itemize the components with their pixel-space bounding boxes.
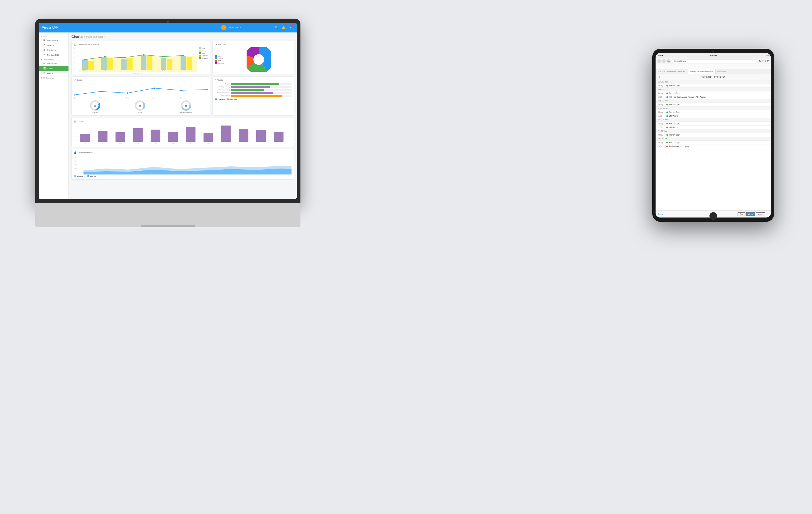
svg-text:45: 45 — [184, 105, 187, 107]
notifications-button[interactable]: 🔔 1 — [281, 25, 286, 30]
app-body: ▾ Main ▦ Dashboard ✓ Orders ◉ Products — [39, 32, 297, 199]
svg-point-40 — [153, 88, 155, 89]
visitors-legend-new: New visitors — [74, 175, 85, 177]
event-dot — [666, 134, 668, 136]
chevron-right-icon: ▶ — [41, 77, 42, 79]
tablet-home-button[interactable] — [709, 212, 717, 220]
sidebar-section-components[interactable]: ▾ Components — [39, 57, 68, 61]
cal-event-time: All day — [658, 92, 665, 94]
sidebar-item-product-edit[interactable]: ✎ Product Edit — [39, 53, 68, 57]
cal-event-title: French Open — [669, 103, 769, 105]
orders-icon: ✓ — [43, 44, 46, 47]
task-label-research: Research analytics — [215, 92, 230, 94]
event-dot — [666, 96, 668, 98]
tablet-device: iPad ♦ 4:50 PM 01% ‹ › 📖 docs.webix.com … — [652, 49, 774, 222]
cal-event-sat07-1[interactable]: All day French Open — [656, 141, 771, 145]
calendar-nav: ‹ 01.06.2014 - 07.06.2014 › — [656, 74, 771, 80]
forward-button[interactable]: › — [662, 59, 666, 63]
new-tab-button[interactable]: + — [765, 60, 766, 62]
messages-button[interactable]: ✉ 1 — [288, 25, 293, 30]
cal-month-view-button[interactable]: Month — [756, 212, 765, 216]
sidebar-item-dashboard[interactable]: ▦ Dashboard — [39, 38, 68, 43]
svg-text:200: 200 — [137, 143, 139, 144]
visitors-color-recurrent — [87, 175, 89, 177]
cal-event-time: All day — [658, 142, 665, 143]
svg-text:1500: 1500 — [74, 160, 78, 161]
cal-event-wed04-1[interactable]: All day French Open — [656, 110, 771, 114]
svg-rect-70 — [239, 129, 248, 142]
cal-day-view-button[interactable]: Day — [737, 212, 745, 216]
cal-event-sat07-2[interactable]: 20:00 Zentralstadion - Leipzig — [656, 145, 771, 148]
chart-visitors-title: 👤 Visitor statistics — [74, 151, 291, 154]
reload-button[interactable]: ↻ — [759, 60, 761, 62]
sidebar-item-forms-label: Forms — [47, 72, 53, 75]
browser-tab-2[interactable]: Creating Scheduler Webix Docs — [688, 69, 716, 74]
mail-icon: ✉ — [290, 26, 292, 29]
sidebar-item-products[interactable]: ◉ Products — [39, 48, 68, 53]
cal-day-header-fri06: Fri, 06 Jun — [656, 129, 771, 133]
task-bar-research — [231, 92, 291, 94]
task-label-presentation: Presentation — [215, 95, 230, 97]
svg-text:250: 250 — [154, 143, 157, 144]
pie-legend-asia: Asia — [215, 55, 224, 57]
svg-point-37 — [74, 94, 75, 96]
back-button[interactable]: ‹ — [657, 59, 661, 63]
donut-asia-svg: 25 — [135, 100, 145, 111]
svg-marker-16 — [78, 55, 197, 72]
chevron-down-icon-2: ▾ — [41, 58, 42, 61]
cal-event-wed04-2[interactable]: 11:00 LTU Arena — [656, 114, 771, 118]
cal-event-tue03-1[interactable]: All day French Open — [656, 103, 771, 107]
donut-europe-svg: 30 — [90, 100, 100, 111]
tasks-legend-company: Company — [215, 98, 225, 100]
task-label-strategy: Strategy meeting — [215, 86, 230, 88]
svg-point-33 — [253, 54, 264, 65]
sidebar-item-charts[interactable]: 📊 Charts — [39, 66, 68, 71]
cal-event-fri06-1[interactable]: All day French Open — [656, 133, 771, 137]
page-title-row: Charts / charts examples / — [71, 35, 294, 39]
task-bar-strategy-fill — [231, 86, 270, 88]
svg-rect-63 — [116, 132, 125, 142]
cal-week-view-button[interactable]: Week — [746, 212, 755, 216]
cal-event-time: All day — [658, 103, 665, 105]
sidebar-item-charts-label: Charts — [47, 67, 54, 70]
svg-text:Jul: Jul — [99, 97, 102, 99]
sidebar-item-orders[interactable]: ✓ Orders — [39, 43, 68, 48]
svg-text:100: 100 — [101, 143, 104, 144]
task-row-presentation: Presentation — [215, 95, 291, 97]
share-button[interactable]: ⬆ — [762, 60, 764, 62]
ios-status-bar: iPad ♦ 4:50 PM 01% — [656, 53, 771, 58]
svg-text:1000: 1000 — [74, 164, 78, 165]
cal-prev-button[interactable]: ‹ — [658, 75, 661, 79]
cal-event-mon02-2[interactable]: 10:00 HSH Nordbank Arena (formerly AOL A… — [656, 95, 771, 99]
sidebar-section-main[interactable]: ▾ Main — [39, 34, 68, 38]
search-button[interactable]: 🔍 — [274, 25, 279, 30]
tabs-button[interactable]: ⊞ — [767, 60, 769, 62]
products-icon: ◉ — [43, 49, 46, 51]
cal-today-button[interactable]: Today — [658, 213, 663, 215]
event-dot — [666, 115, 668, 117]
sidebar-item-product-edit-label: Product Edit — [47, 54, 59, 56]
main-content: Charts / charts examples / 📊 Different c… — [69, 32, 297, 199]
laptop-device: Webix APP O Oliver Parr ▾ 🔍 🔔 1 ✉ — [35, 19, 300, 227]
pie-color-asia — [215, 55, 217, 57]
cal-event-thu05-1[interactable]: All day French Open — [656, 122, 771, 125]
bookmarks-button[interactable]: 📖 — [667, 59, 671, 63]
donut-asia: 25 Asia — [135, 100, 145, 113]
url-bar[interactable]: docs.webix.com — [672, 59, 758, 63]
event-dot — [666, 123, 668, 124]
browser-tab-1[interactable]: Over Than 100 Interactive Demos of F... — [656, 69, 688, 74]
cal-next-button[interactable]: › — [766, 75, 769, 79]
cal-event-sun01-1[interactable]: All day French Open — [656, 84, 771, 88]
cal-event-mon02-1[interactable]: All day French Open — [656, 91, 771, 95]
dropdown-arrow: ▾ — [240, 27, 241, 29]
svg-rect-64 — [133, 128, 143, 142]
sidebar-item-forms[interactable]: ☰ Forms — [39, 71, 68, 76]
sidebar-item-datatables[interactable]: ▤ Datatables — [39, 61, 68, 66]
cal-day-header-tue03: Tue, 03 Jun — [656, 99, 771, 103]
cal-event-thu05-2[interactable]: 12:00 LTU Arena — [656, 125, 771, 129]
cal-view-buttons: Day Week Month — [737, 212, 765, 216]
cal-add-event-button[interactable]: + — [767, 212, 769, 216]
tasks-color-inner — [227, 98, 229, 100]
laptop-body: Webix APP O Oliver Parr ▾ 🔍 🔔 1 ✉ — [35, 19, 300, 203]
sidebar-section-ui[interactable]: ▶ UI Examples — [39, 76, 68, 80]
